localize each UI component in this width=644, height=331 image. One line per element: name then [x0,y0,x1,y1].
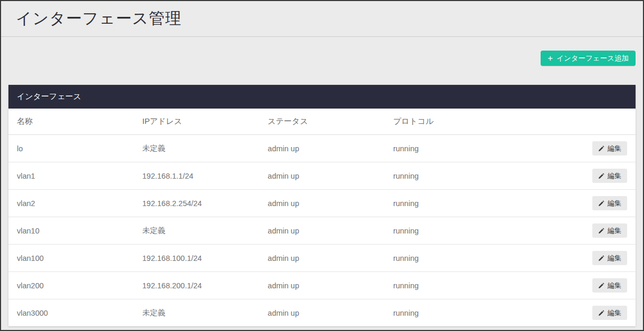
cell-ip: 192.168.1.1/24 [134,162,259,190]
edit-button[interactable]: 編集 [592,251,627,265]
table-row: lo 未定義 admin up running 編集 [8,135,636,162]
panel-header: インターフェース [8,85,636,109]
cell-name: vlan200 [8,272,134,299]
cell-protocol: running [385,162,510,190]
edit-button-label: 編集 [608,171,621,181]
cell-name: lo [8,135,134,162]
edit-button-label: 編集 [608,144,621,153]
table-row: vlan200 192.168.200.1/24 admin up runnin… [8,272,636,299]
cell-protocol: running [385,217,510,245]
table-row: vlan3000 未定義 admin up running 編集 [8,299,636,327]
table-row: vlan1 192.168.1.1/24 admin up running 編集 [8,162,636,190]
cell-actions: 編集 [510,190,636,217]
cell-status: admin up [259,162,385,190]
page-header: インターフェース管理 [1,1,643,37]
edit-button[interactable]: 編集 [592,278,627,293]
edit-button[interactable]: 編集 [592,169,627,183]
cell-name: vlan1 [8,162,134,190]
edit-button[interactable]: 編集 [592,223,627,238]
cell-actions: 編集 [510,245,636,272]
cell-status: admin up [259,135,385,162]
cell-actions: 編集 [510,299,636,327]
interfaces-table: 名称 IPアドレス ステータス プロトコル lo 未定義 admin up ru… [8,109,636,326]
table-row: vlan10 未定義 admin up running 編集 [8,217,636,245]
column-header-protocol: プロトコル [385,109,510,135]
cell-ip: 未定義 [134,299,259,327]
pencil-icon [598,145,604,152]
cell-ip: 未定義 [134,135,259,162]
column-header-status: ステータス [259,109,385,135]
cell-status: admin up [259,272,385,299]
edit-button[interactable]: 編集 [592,306,627,320]
pencil-icon [598,173,604,179]
page-title: インターフェース管理 [16,8,181,30]
cell-name: vlan100 [8,245,134,272]
column-header-name: 名称 [8,109,134,135]
cell-protocol: running [385,190,510,217]
cell-protocol: running [385,272,510,299]
panel-title: インターフェース [17,92,81,102]
edit-button[interactable]: 編集 [592,196,627,210]
add-interface-button[interactable]: + インターフェース追加 [541,51,636,66]
cell-protocol: running [385,135,510,162]
cell-ip: 192.168.100.1/24 [134,245,259,272]
cell-actions: 編集 [510,135,636,162]
cell-name: vlan2 [8,190,134,217]
edit-button-label: 編集 [608,226,621,236]
interface-management-page: { "page": { "title": "インターフェース管理" }, "to… [0,0,644,331]
cell-protocol: running [385,245,510,272]
pencil-icon [598,228,604,234]
cell-status: admin up [259,217,385,245]
interfaces-panel: インターフェース 名称 IPアドレス ステータス プロトコル lo 未定義 ad… [8,85,636,326]
cell-name: vlan10 [8,217,134,245]
cell-actions: 編集 [510,272,636,299]
cell-status: admin up [259,299,385,327]
edit-button[interactable]: 編集 [592,141,627,155]
cell-status: admin up [259,190,385,217]
toolbar: + インターフェース追加 [1,37,643,66]
cell-actions: 編集 [510,217,636,245]
edit-button-label: 編集 [608,281,621,290]
cell-protocol: running [385,299,510,327]
add-interface-button-label: インターフェース追加 [556,54,629,63]
cell-ip: 192.168.200.1/24 [134,272,259,299]
plus-icon: + [547,54,553,63]
cell-name: vlan3000 [8,299,134,327]
pencil-icon [598,200,604,207]
edit-button-label: 編集 [608,199,621,208]
cell-ip: 未定義 [134,217,259,245]
column-header-ip: IPアドレス [134,109,259,135]
pencil-icon [598,283,604,289]
pencil-icon [598,255,604,261]
table-row: vlan2 192.168.2.254/24 admin up running … [8,190,636,217]
edit-button-label: 編集 [608,254,621,263]
cell-actions: 編集 [510,162,636,190]
pencil-icon [598,310,604,316]
cell-status: admin up [259,245,385,272]
cell-ip: 192.168.2.254/24 [134,190,259,217]
edit-button-label: 編集 [608,308,621,318]
table-header-row: 名称 IPアドレス ステータス プロトコル [8,109,636,135]
column-header-actions [510,109,636,135]
table-row: vlan100 192.168.100.1/24 admin up runnin… [8,245,636,272]
